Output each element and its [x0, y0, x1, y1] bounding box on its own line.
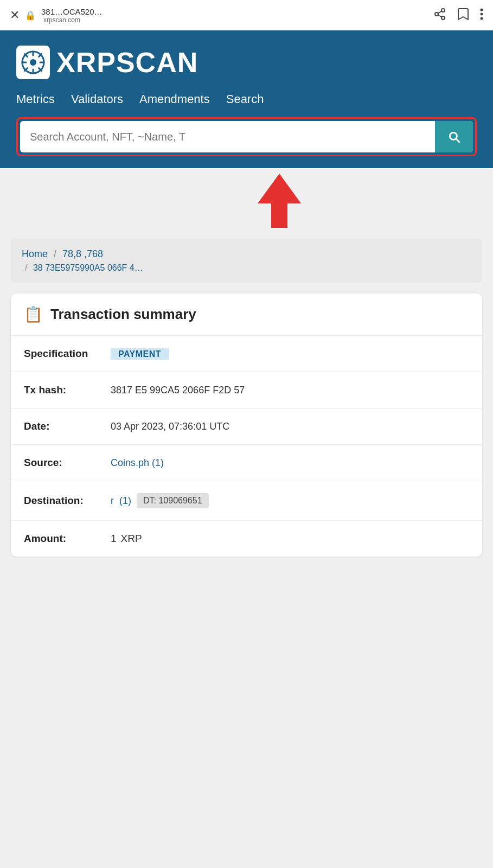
breadcrumb-sep2: / — [25, 263, 30, 272]
dest-tag: DT: 109069651 — [137, 493, 209, 508]
transaction-summary-card: 📋 Transaction summary Specification PAYM… — [11, 293, 482, 557]
source-label: Source: — [24, 457, 111, 469]
card-title: Transaction summary — [50, 306, 196, 323]
logo-container: XRPSCAN — [16, 46, 477, 79]
lock-icon: 🔒 — [25, 10, 36, 21]
share-icon[interactable] — [433, 8, 446, 23]
svg-point-7 — [481, 17, 483, 20]
status-bar-right — [433, 8, 483, 23]
transaction-icon: 📋 — [24, 305, 43, 323]
nav-search[interactable]: Search — [226, 92, 264, 106]
svg-line-3 — [438, 15, 442, 17]
spec-value: PAYMENT — [111, 348, 469, 360]
breadcrumb-line1: Home / 78,8 ,768 — [22, 248, 471, 260]
dest-account-num[interactable]: (1) — [119, 495, 131, 507]
logo-icon — [16, 46, 50, 79]
amount-label: Amount: — [24, 533, 111, 545]
svg-point-9 — [30, 59, 36, 66]
dest-address[interactable]: r — [111, 495, 114, 507]
dest-label: Destination: — [24, 495, 111, 507]
search-highlighted-box — [16, 117, 477, 156]
close-icon[interactable]: ✕ — [10, 8, 20, 22]
search-container — [20, 121, 473, 152]
url-container: 381…OCA520… xrpscan.com — [41, 7, 103, 24]
spec-label: Specification — [24, 348, 111, 360]
nav-menu: Metrics Validators Amendments Search — [16, 92, 477, 106]
search-icon — [447, 130, 461, 144]
breadcrumb-line2: / 38 73E5975990A5 066F 4… — [22, 263, 471, 273]
page-background — [0, 567, 493, 676]
table-row: Date: 03 Apr 2023, 07:36:01 UTC — [11, 409, 482, 445]
arrow-indicator — [0, 168, 493, 239]
breadcrumb-ledger[interactable]: 78,8 ,768 — [62, 248, 103, 259]
breadcrumb-txhash[interactable]: 38 73E5975990A5 066F 4… — [33, 263, 143, 272]
nav-metrics[interactable]: Metrics — [16, 92, 55, 106]
bookmark-icon[interactable] — [457, 8, 469, 23]
status-bar: ✕ 🔒 381…OCA520… xrpscan.com — [0, 0, 493, 30]
txhash-value: 3817 E5 99CA5 2066F F2D 57 — [111, 385, 469, 396]
logo-text: XRPSCAN — [56, 46, 198, 79]
amount-container: 1 XRP — [111, 533, 469, 545]
date-label: Date: — [24, 420, 111, 432]
svg-point-6 — [481, 12, 483, 15]
svg-marker-18 — [258, 174, 301, 228]
table-row: Specification PAYMENT — [11, 336, 482, 372]
search-input[interactable] — [20, 122, 435, 152]
dest-value: r (1) DT: 109069651 — [111, 493, 469, 508]
header: XRPSCAN Metrics Validators Amendments Se… — [0, 30, 493, 168]
table-row: Source: Coins.ph (1) — [11, 445, 482, 481]
nav-amendments[interactable]: Amendments — [139, 92, 210, 106]
url-text: 381…OCA520… — [41, 7, 103, 16]
table-row: Destination: r (1) DT: 109069651 — [11, 481, 482, 521]
breadcrumb-sep1: / — [54, 248, 59, 259]
arrow-up-icon — [258, 174, 301, 228]
source-value: Coins.ph (1) — [111, 457, 469, 469]
amount-value: 1 XRP — [111, 533, 469, 545]
date-value: 03 Apr 2023, 07:36:01 UTC — [111, 421, 469, 432]
status-bar-left: ✕ 🔒 381…OCA520… xrpscan.com — [10, 7, 103, 24]
card-header: 📋 Transaction summary — [11, 293, 482, 336]
domain-text: xrpscan.com — [43, 16, 103, 24]
txhash-label: Tx hash: — [24, 384, 111, 396]
svg-point-5 — [481, 8, 483, 11]
dest-container: r (1) DT: 109069651 — [111, 493, 469, 508]
table-row: Tx hash: 3817 E5 99CA5 2066F F2D 57 — [11, 372, 482, 409]
nav-validators[interactable]: Validators — [71, 92, 123, 106]
svg-line-4 — [438, 11, 442, 13]
amount-number: 1 — [111, 533, 117, 545]
amount-currency: XRP — [121, 533, 142, 545]
search-button[interactable] — [435, 121, 473, 152]
payment-badge: PAYMENT — [111, 348, 169, 360]
breadcrumb: Home / 78,8 ,768 / 38 73E5975990A5 066F … — [11, 239, 482, 283]
more-icon[interactable] — [480, 8, 483, 23]
table-row: Amount: 1 XRP — [11, 521, 482, 557]
source-link[interactable]: Coins.ph (1) — [111, 457, 164, 468]
breadcrumb-home[interactable]: Home — [22, 248, 48, 259]
